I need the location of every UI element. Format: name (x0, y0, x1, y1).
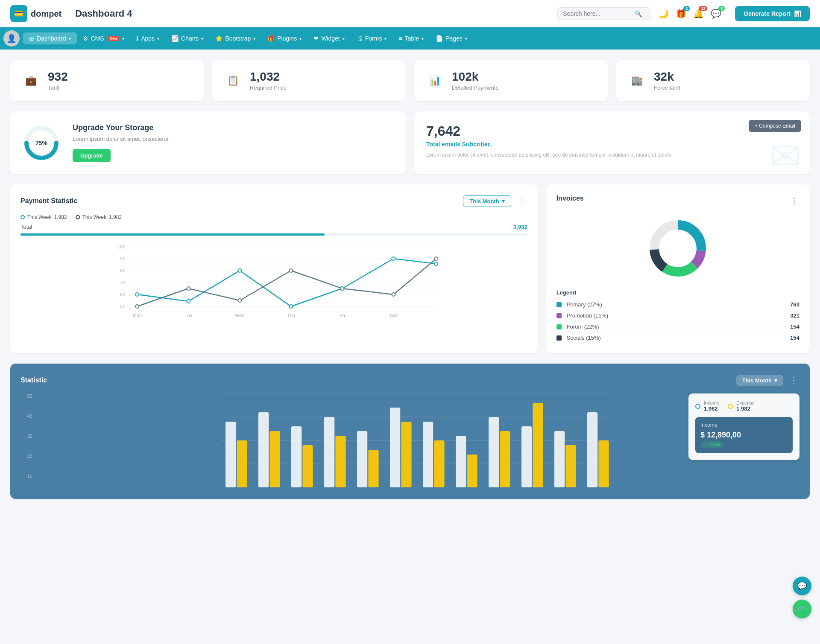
nav-item-bootstrap[interactable]: ⭐ Bootstrap ▾ (209, 32, 261, 44)
storage-percentage: 75% (35, 140, 47, 146)
y-label-50: 50 (20, 393, 32, 399)
total-row: Total 3,982 (20, 224, 527, 230)
nav-item-dashboard[interactable]: ⊞ Dashboard ▾ (23, 32, 77, 44)
income-box: Income $ 12,890,00 ↑ +15% (695, 417, 793, 453)
chart-filter: This Month ▾ ⋮ (463, 195, 527, 207)
email-subtitle: Total emails Subcriber. (426, 141, 798, 148)
chevron-down-icon-cms: ▾ (122, 36, 124, 41)
svg-rect-56 (434, 440, 444, 487)
svg-point-22 (187, 287, 190, 290)
nav-label-widget: Widget (321, 35, 340, 42)
storage-info: Upgrade Your Storage Lorem ipsum dolor s… (73, 123, 170, 162)
nav-item-plugins[interactable]: 🎁 Plugins ▾ (261, 32, 308, 44)
stat-card-price: 📋 1,032 Required Price (212, 60, 406, 101)
gift-btn[interactable]: 🎁 2 (676, 9, 686, 19)
svg-rect-61 (521, 426, 532, 487)
expense-value: 1.982 (736, 405, 755, 412)
income-info: Income 1.982 (704, 400, 719, 412)
email-card: + Compose Email 7,642 Total emails Subcr… (414, 111, 810, 174)
legend-item-primary: Primary (27%) 763 (556, 299, 800, 310)
legend-label-1: This Week (27, 214, 51, 220)
svg-text:Thu: Thu (287, 313, 295, 318)
chevron-down-filter-icon: ▾ (502, 198, 505, 204)
more-options-icon[interactable]: ⋮ (516, 195, 527, 207)
generate-report-label: Generate Report (744, 10, 791, 17)
forms-icon: 🖨 (357, 35, 363, 42)
income-amount: $ 12,890,00 (700, 431, 788, 440)
svg-point-24 (289, 269, 293, 272)
nav-label-apps: Apps (141, 35, 155, 42)
nav-item-table[interactable]: ≡ Table ▾ (392, 32, 430, 44)
price-value: 1,032 (250, 70, 287, 84)
force-icon: 🏬 (627, 70, 647, 91)
stat-card-tariff: 💼 932 Tariff (10, 60, 204, 101)
nav-label-forms: Forms (365, 35, 382, 42)
header-icons: 🌙 🎁 2 🔔 12 💬 5 Generate Report 📊 (658, 6, 810, 21)
income-badge-value: +15% (708, 442, 720, 447)
nav-item-apps[interactable]: ℹ Apps ▾ (130, 32, 165, 44)
compose-email-button[interactable]: + Compose Email (749, 120, 801, 132)
chart-icon: 📊 (794, 10, 801, 17)
legend-name-forum: Forum (22%) (556, 323, 599, 330)
y-label-30: 30 (20, 434, 32, 439)
expense-info: Expense 1.982 (736, 400, 755, 412)
svg-point-17 (289, 305, 293, 308)
nav-item-forms[interactable]: 🖨 Forms ▾ (351, 32, 393, 44)
chat-badge: 5 (718, 6, 725, 11)
statistic-more-icon[interactable]: ⋮ (788, 374, 800, 387)
svg-rect-44 (237, 440, 247, 487)
search-input[interactable] (563, 10, 631, 17)
upgrade-button[interactable]: Upgrade (73, 149, 111, 162)
nav-item-pages[interactable]: 📄 Pages ▾ (430, 32, 473, 44)
income-legend-item: Income 1.982 (695, 400, 719, 412)
charts-nav-icon: 📈 (171, 35, 179, 42)
nav-label-bootstrap: Bootstrap (225, 35, 251, 42)
stat-card-force: 🏬 32k Force tariff (616, 60, 810, 101)
payment-chart-card: Payment Statistic This Month ▾ ⋮ This We… (10, 184, 538, 353)
line-chart: 100 90 80 70 60 50 (20, 242, 527, 319)
legend-item-socials: Socials (15%) 154 (556, 332, 800, 343)
this-month-filter-button[interactable]: This Month ▾ (463, 195, 511, 207)
svg-rect-60 (500, 431, 510, 487)
force-label: Force tariff (654, 85, 680, 91)
invoices-donut (556, 214, 800, 283)
svg-text:80: 80 (120, 268, 125, 273)
svg-rect-47 (291, 426, 302, 487)
expense-legend-item: Expense 1.982 (728, 400, 755, 412)
gift-badge: 2 (683, 6, 690, 11)
generate-report-button[interactable]: Generate Report 📊 (735, 6, 810, 21)
price-icon: 📋 (223, 70, 243, 91)
search-icon: 🔍 (635, 10, 642, 17)
income-box-title: Income (700, 422, 788, 428)
legend-dot-2 (76, 215, 80, 219)
search-bar[interactable]: 🔍 (557, 7, 651, 20)
legend-name-socials: Socials (15%) (556, 335, 601, 341)
chevron-down-stat-icon: ▾ (774, 377, 777, 384)
legend-title: Legend (556, 289, 800, 296)
chevron-down-icon-widget: ▾ (343, 36, 345, 41)
progress-bar-wrap (20, 233, 527, 236)
invoices-more-icon[interactable]: ⋮ (788, 195, 800, 207)
legend-item-forum: Forum (22%) 154 (556, 321, 800, 332)
filter-label: This Month (469, 198, 499, 204)
nav-item-widget[interactable]: ❤ Widget ▾ (308, 32, 351, 44)
dark-mode-btn[interactable]: 🌙 (658, 9, 669, 19)
invoices-label: Invoices (556, 195, 584, 207)
chevron-down-icon-pages: ▾ (465, 36, 467, 41)
storage-description: Lorem ipsum dolor sit amet, onsectetur. (73, 136, 170, 142)
chart-legend: This Week 1.982 This Week 1.982 (20, 214, 527, 220)
legend-color-promotion (556, 313, 562, 318)
payments-value: 102k (452, 70, 498, 84)
payments-label: Detalled Payments (452, 85, 498, 91)
nav-item-cms[interactable]: ⚙ CMS New ▾ (77, 32, 131, 44)
nav-item-charts[interactable]: 📈 Charts ▾ (165, 32, 209, 44)
svg-text:Mon: Mon (133, 313, 142, 318)
income-label: Income (704, 400, 719, 405)
svg-text:50: 50 (120, 304, 125, 309)
chat-btn[interactable]: 💬 5 (711, 9, 721, 19)
notification-btn[interactable]: 🔔 12 (693, 9, 704, 19)
statistic-month-filter-button[interactable]: This Month ▾ (736, 375, 783, 386)
nav-label-plugins: Plugins (277, 35, 297, 42)
svg-rect-46 (269, 431, 280, 487)
mid-row: 75% Upgrade Your Storage Lorem ipsum dol… (10, 111, 810, 174)
